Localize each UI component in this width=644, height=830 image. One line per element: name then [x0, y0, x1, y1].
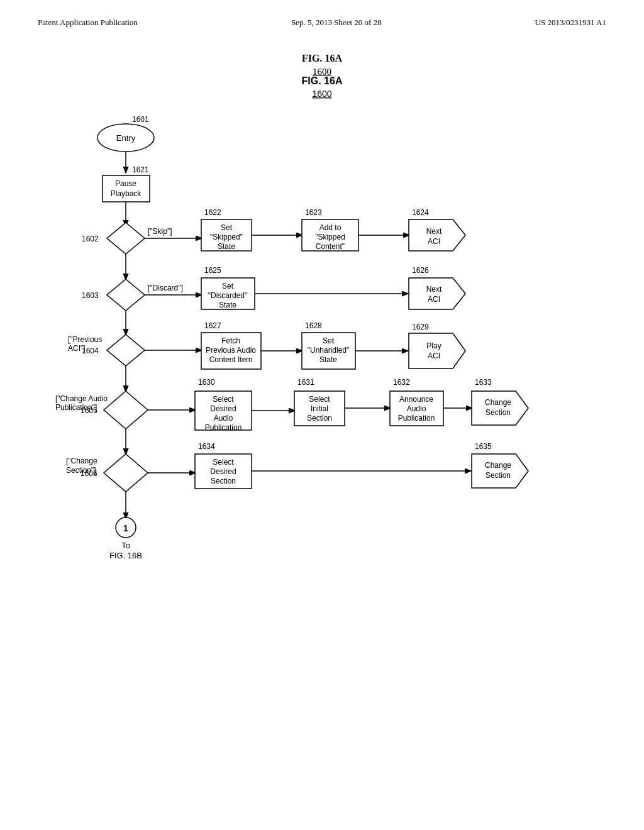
svg-text:1600: 1600: [312, 89, 331, 99]
svg-text:Change: Change: [485, 398, 511, 407]
svg-text:1622: 1622: [204, 208, 221, 217]
svg-marker-11: [107, 223, 145, 254]
svg-text:Audio: Audio: [214, 414, 233, 423]
svg-marker-32: [107, 279, 145, 311]
diagram-svg: FIG. 16A 1600 1601 Entry 1621 Pause Play…: [0, 40, 644, 782]
svg-text:Previous Audio: Previous Audio: [206, 346, 256, 355]
svg-marker-43: [409, 278, 465, 309]
header-center: Sep. 5, 2013 Sheet 20 of 28: [291, 18, 382, 28]
svg-text:Publication: Publication: [205, 423, 242, 432]
svg-text:["Change Audio: ["Change Audio: [55, 394, 108, 403]
svg-text:1627: 1627: [204, 321, 221, 330]
svg-text:1630: 1630: [198, 378, 215, 387]
svg-text:"Discarded": "Discarded": [208, 291, 248, 300]
svg-text:1603: 1603: [82, 291, 99, 300]
svg-text:FIG. 16A: FIG. 16A: [302, 75, 343, 86]
svg-text:Announce: Announce: [399, 395, 433, 404]
svg-text:Fetch: Fetch: [221, 336, 240, 345]
svg-text:["Previous: ["Previous: [68, 335, 102, 344]
svg-text:Desired: Desired: [210, 404, 236, 413]
svg-text:Play: Play: [426, 341, 441, 350]
svg-text:ACI: ACI: [428, 351, 440, 360]
svg-text:1602: 1602: [82, 235, 99, 243]
svg-text:["Skip"]: ["Skip"]: [148, 227, 172, 236]
svg-text:1625: 1625: [204, 266, 221, 275]
diagram-area: FIG. 16A 1600 FIG. 16A 1600 1601 Entry 1…: [0, 40, 644, 782]
svg-text:Audio: Audio: [407, 404, 426, 413]
svg-text:1629: 1629: [412, 323, 429, 331]
svg-text:Set: Set: [222, 282, 234, 290]
svg-text:"Unhandled": "Unhandled": [308, 346, 350, 355]
svg-marker-69: [104, 391, 148, 429]
svg-text:Desired: Desired: [210, 467, 236, 476]
svg-text:1633: 1633: [475, 378, 492, 387]
svg-text:Set: Set: [221, 223, 233, 232]
svg-text:1632: 1632: [393, 378, 410, 387]
svg-text:["Discard"]: ["Discard"]: [148, 284, 183, 292]
svg-text:Section: Section: [486, 471, 511, 480]
svg-text:Section: Section: [211, 477, 236, 485]
svg-text:Publication"]: Publication"]: [55, 403, 97, 412]
svg-text:Change: Change: [485, 461, 511, 470]
svg-text:Section"]: Section"]: [66, 466, 96, 475]
svg-text:["Change: ["Change: [66, 456, 97, 465]
svg-text:1601: 1601: [132, 115, 149, 124]
svg-text:State: State: [218, 242, 235, 251]
svg-text:Select: Select: [213, 395, 234, 404]
svg-text:Pause: Pause: [115, 179, 136, 188]
svg-text:Add to: Add to: [319, 223, 341, 232]
svg-text:Section: Section: [486, 408, 511, 417]
svg-text:1: 1: [123, 523, 128, 533]
svg-text:To: To: [121, 541, 130, 550]
svg-text:Next: Next: [426, 227, 442, 236]
svg-text:Initial: Initial: [311, 404, 328, 413]
svg-text:ACI: ACI: [428, 237, 440, 246]
page-header: Patent Application Publication Sep. 5, 2…: [0, 0, 644, 28]
svg-text:1635: 1635: [475, 442, 492, 451]
svg-text:State: State: [219, 301, 236, 309]
svg-marker-47: [107, 335, 145, 366]
svg-text:"Skipped: "Skipped: [315, 233, 345, 241]
svg-text:1628: 1628: [305, 321, 322, 330]
header-right: US 2013/0231931 A1: [535, 18, 606, 28]
svg-text:ACI"]: ACI"]: [68, 344, 86, 353]
header-left: Patent Application Publication: [38, 18, 138, 28]
svg-marker-65: [409, 333, 465, 368]
svg-marker-98: [104, 454, 148, 492]
svg-text:Publication: Publication: [398, 414, 435, 423]
svg-text:Section: Section: [307, 414, 332, 423]
svg-text:Playback: Playback: [111, 189, 142, 198]
svg-text:Entry: Entry: [116, 133, 136, 143]
svg-text:Select: Select: [213, 458, 234, 467]
svg-text:Set: Set: [323, 336, 335, 345]
svg-text:Select: Select: [309, 395, 330, 404]
svg-text:1634: 1634: [198, 442, 215, 451]
svg-text:1624: 1624: [412, 208, 429, 217]
svg-text:ACI: ACI: [428, 295, 440, 304]
svg-text:1631: 1631: [297, 378, 314, 387]
svg-text:"Skipped": "Skipped": [210, 233, 243, 241]
svg-text:Next: Next: [426, 285, 442, 294]
svg-text:Content": Content": [316, 242, 345, 251]
svg-text:1621: 1621: [132, 165, 149, 174]
svg-text:1623: 1623: [305, 208, 322, 217]
svg-text:FIG. 16B: FIG. 16B: [109, 551, 142, 560]
svg-text:Content Item: Content Item: [209, 355, 253, 364]
svg-text:1626: 1626: [412, 266, 429, 275]
svg-text:State: State: [319, 355, 337, 364]
